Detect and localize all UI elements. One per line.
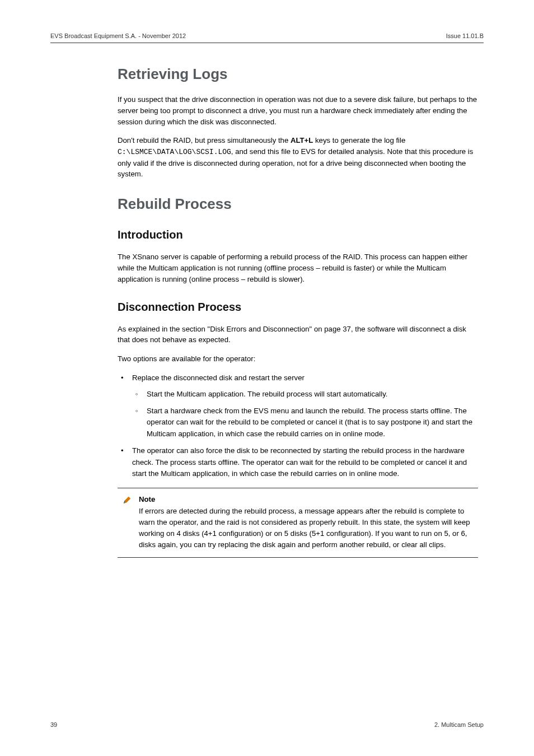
content: Retrieving Logs If you suspect that the … <box>118 66 478 558</box>
list-item: Replace the disconnected disk and restar… <box>118 372 478 440</box>
note-box: Note If errors are detected during the r… <box>118 488 478 558</box>
list-item: The operator can also force the disk to … <box>118 445 478 479</box>
header: EVS Broadcast Equipment S.A. - November … <box>50 32 484 39</box>
heading-retrieving-logs: Retrieving Logs <box>118 66 478 83</box>
disconnection-para-1: As explained in the section "Disk Errors… <box>118 324 478 346</box>
list-item-text: Start a hardware check from the EVS menu… <box>147 407 472 438</box>
note-body: Note If errors are detected during the r… <box>139 494 474 550</box>
introduction-para-1: The XSnano server is capable of performi… <box>118 251 478 284</box>
page: EVS Broadcast Equipment S.A. - November … <box>0 0 534 756</box>
heading-introduction: Introduction <box>118 228 478 241</box>
heading-rebuild-process: Rebuild Process <box>118 195 478 213</box>
list-item: Start the Multicam application. The rebu… <box>132 389 478 400</box>
retrieving-logs-para-1: If you suspect that the drive disconnect… <box>118 94 478 127</box>
list-item-text: The operator can also force the disk to … <box>132 446 467 478</box>
retrieving-logs-para-2: Don't rebuild the RAID, but press simult… <box>118 135 478 180</box>
disconnection-bullets: Replace the disconnected disk and restar… <box>118 372 478 480</box>
note-text: If errors are detected during the rebuil… <box>139 507 470 548</box>
header-rule <box>50 43 484 43</box>
header-right: Issue 11.01.B <box>446 32 484 39</box>
disconnection-sub-bullets: Start the Multicam application. The rebu… <box>132 389 478 440</box>
footer-section: 2. Multicam Setup <box>434 721 484 728</box>
list-item-text: Start the Multicam application. The rebu… <box>147 390 388 398</box>
note-title: Note <box>139 494 474 505</box>
log-path: C:\LSMCE\DATA\LOG\SCSI.LOG <box>118 148 231 156</box>
text-fragment: keys to generate the log file <box>313 136 405 144</box>
disconnection-para-2: Two options are available for the operat… <box>118 353 478 365</box>
alt-l-keys: ALT+L <box>291 136 313 144</box>
text-fragment: Don't rebuild the RAID, but press simult… <box>118 136 291 144</box>
list-item: Start a hardware check from the EVS menu… <box>132 405 478 440</box>
pencil-icon <box>122 494 133 550</box>
page-number: 39 <box>50 721 57 728</box>
list-item-text: Replace the disconnected disk and restar… <box>132 374 305 382</box>
footer: 39 2. Multicam Setup <box>50 721 484 728</box>
heading-disconnection-process: Disconnection Process <box>118 301 478 314</box>
header-left: EVS Broadcast Equipment S.A. - November … <box>50 32 186 39</box>
